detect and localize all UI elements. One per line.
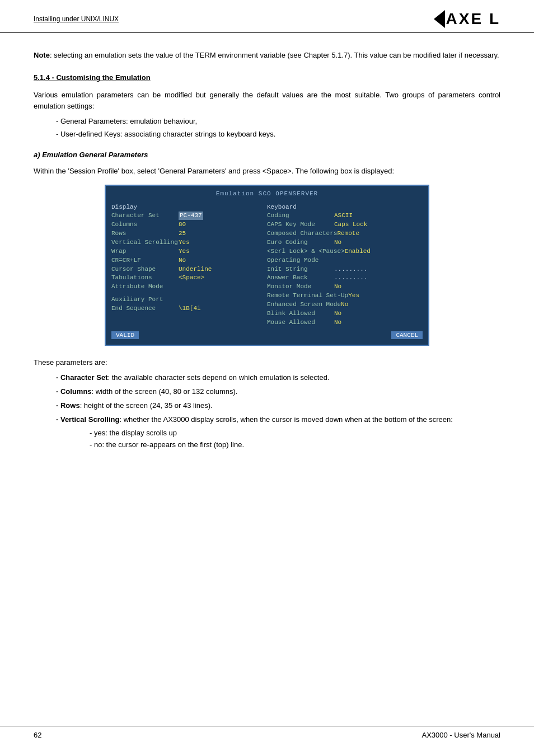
t-crcrlf-label: CR=CR+LF [111,256,179,265]
t-endseq-value: \1B[4i [179,304,201,313]
t-caps-value: Caps Lock [334,220,367,229]
param-charset: - Character Set: the available character… [56,372,500,384]
t-charset-label: Character Set [111,212,179,220]
bullet-item-1: - General Parameters: emulation behaviou… [56,116,500,128]
t-opmode-label: Operating Mode [267,256,334,265]
param-vscroll: - Vertical Scrolling: whether the AX3000… [56,414,500,426]
t-answer-value: ......... [334,274,367,282]
t-blink-label: Blink Allowed [267,309,334,318]
t-composed-label: Composed Characters [267,229,337,238]
t-endseq-label: End Sequence [111,304,179,313]
terminal-row-monitor: Monitor Mode No [267,283,423,291]
t-cursor-label: Cursor Shape [111,265,179,274]
body-paragraph: Various emulation parameters can be modi… [34,90,500,113]
param-vscroll-rest: : whether the AX3000 display scrolls, wh… [119,415,452,424]
terminal-row-scrllock: <Scrl Lock> & <Pause> Enabled [267,247,423,256]
t-tabs-value: <Space> [179,274,204,282]
t-columns-label: Columns [111,220,179,229]
terminal-footer: VALID CANCEL [111,331,423,339]
t-cursor-value: Underline [179,265,212,274]
t-crcrlf-value: No [179,256,186,265]
params-intro: These parameters are: [34,357,500,369]
note-paragraph: Note: selecting an emulation sets the va… [34,50,500,61]
param-columns-rest: : width of the screen (40, 80 or 132 col… [92,387,238,396]
subsection-title: a) Emulation General Parameters [34,151,500,159]
terminal-aux-section: Auxiliary Port End Sequence \1B[4i [111,295,267,313]
terminal-row-opmode: Operating Mode [267,256,423,265]
logo-text: AXE L [446,10,500,28]
param-vscroll-bold: - Vertical Scrolling [56,415,119,424]
t-composed-value: Remote [337,229,359,238]
t-remotesetup-label: Remote Terminal Set-Up [267,292,348,300]
params-list: - Character Set: the available character… [56,372,500,451]
terminal-title: Emulation SCO OPENSERVER [111,190,423,197]
terminal-row-end-seq: End Sequence \1B[4i [111,304,267,313]
t-scrllock-value: Enabled [345,247,371,256]
terminal-row-enhanced: Enhanced Screen Mode No [267,300,423,309]
t-euro-label: Euro Coding [267,238,334,247]
footer: 62 AX3000 - User's Manual [0,726,534,739]
bullet-list: - General Parameters: emulation behaviou… [56,116,500,140]
t-charset-value: PC-437 [179,212,203,220]
t-attr-label: Attribute Mode [111,283,179,291]
t-scrllock-label: <Scrl Lock> & <Pause> [267,247,345,256]
t-init-label: Init String [267,265,334,274]
note-bold: Note [34,51,50,59]
terminal-display-label: Display [111,204,267,210]
terminal-row-composed: Composed Characters Remote [267,229,423,238]
section-title: 5.1.4 - Customising the Emulation [34,73,500,82]
terminal-row-init: Init String ......... [267,265,423,274]
vscroll-sub-yes: - yes: the display scrolls up [90,428,500,439]
note-text: : selecting an emulation sets the value … [50,51,499,59]
header-left-text: Installing under UNIX/LINUX [34,15,119,23]
terminal-row-mouse: Mouse Allowed No [267,318,423,327]
t-coding-value: ASCII [334,212,353,220]
terminal-right-col: Keyboard Coding ASCII CAPS Key Mode Caps… [267,201,423,327]
valid-button[interactable]: VALID [111,331,139,339]
t-monitor-value: No [334,283,341,291]
terminal-row-remote-setup: Remote Terminal Set-Up Yes [267,292,423,300]
bullet-item-2: - User-defined Keys: associating charact… [56,129,500,140]
param-charset-rest: : the available character sets depend on… [107,373,329,382]
terminal-row-euro: Euro Coding No [267,238,423,247]
terminal-row-cursor: Cursor Shape Underline [111,265,267,274]
terminal-row-columns: Columns 80 [111,220,267,229]
param-rows-bold: - Rows [56,401,80,410]
param-rows-rest: : height of the screen (24, 35 or 43 lin… [80,401,213,410]
terminal-keyboard-label: Keyboard [267,204,423,210]
t-wrap-value: Yes [179,247,190,256]
t-caps-label: CAPS Key Mode [267,220,334,229]
terminal-row-crcrlf: CR=CR+LF No [111,256,267,265]
t-aux-label: Auxiliary Port [111,295,179,304]
page: Installing under UNIX/LINUX AXE L Note: … [0,0,534,756]
terminal-row-rows: Rows 25 [111,229,267,238]
cancel-button[interactable]: CANCEL [391,331,423,339]
terminal-row-blink: Blink Allowed No [267,309,423,318]
terminal-row-wrap: Wrap Yes [111,247,267,256]
t-enhanced-value: No [341,300,348,309]
param-rows: - Rows: height of the screen (24, 35 or … [56,400,500,412]
footer-title: AX3000 - User's Manual [422,731,501,739]
terminal-row-attr: Attribute Mode [111,283,267,291]
terminal-row-caps: CAPS Key Mode Caps Lock [267,220,423,229]
t-vscroll-value: Yes [179,238,190,247]
t-columns-value: 80 [179,220,186,229]
t-tabs-label: Tabulations [111,274,179,282]
t-monitor-label: Monitor Mode [267,283,334,291]
terminal-row-charset: Character Set PC-437 [111,212,267,220]
vscroll-sub-bullets: - yes: the display scrolls up - no: the … [90,428,500,451]
t-mouse-label: Mouse Allowed [267,318,334,327]
param-columns-bold: - Columns [56,387,92,396]
t-rows-label: Rows [111,229,179,238]
terminal-box: Emulation SCO OPENSERVER Display Charact… [105,185,429,346]
param-columns: - Columns: width of the screen (40, 80 o… [56,386,500,398]
header-logo: AXE L [434,10,500,28]
param-charset-bold: - Character Set [56,373,107,382]
terminal-row-aux: Auxiliary Port [111,295,267,304]
t-remotesetup-value: Yes [348,292,359,300]
footer-page-number: 62 [34,731,41,739]
terminal-body: Display Character Set PC-437 Columns 80 … [111,201,423,327]
t-mouse-value: No [334,318,341,327]
t-rows-value: 25 [179,229,186,238]
terminal-row-answer: Answer Back ......... [267,274,423,282]
